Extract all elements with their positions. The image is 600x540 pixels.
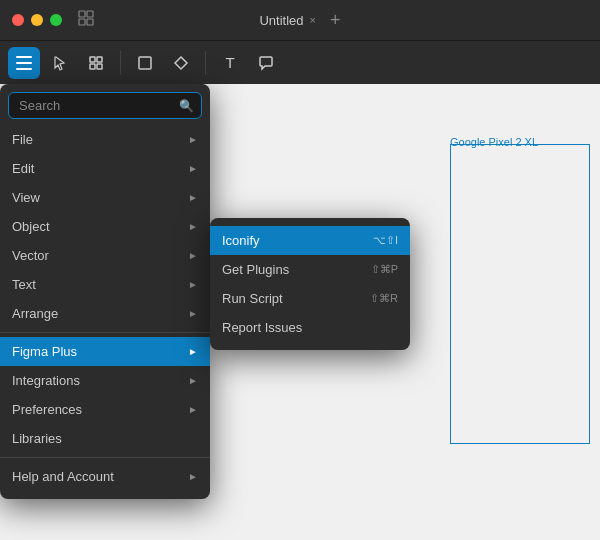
submenu-item-run-script[interactable]: Run Script ⇧⌘R <box>210 284 410 313</box>
close-tab-button[interactable]: × <box>310 14 316 26</box>
primary-menu: 🔍 File ► Edit ► View ► Object ► Vector ►… <box>0 84 210 499</box>
submenu-wrapper: Iconify ⌥⇧I Get Plugins ⇧⌘P Run Script ⇧… <box>210 218 410 350</box>
svg-rect-5 <box>97 57 102 62</box>
hamburger-icon <box>16 56 32 70</box>
active-tab-title: Untitled <box>259 13 303 28</box>
submenu-figma-plus: Iconify ⌥⇧I Get Plugins ⇧⌘P Run Script ⇧… <box>210 218 410 350</box>
svg-rect-7 <box>97 64 102 69</box>
svg-rect-1 <box>87 11 93 17</box>
menu-divider-2 <box>0 457 210 458</box>
main-menu-button[interactable] <box>8 47 40 79</box>
menu-item-help[interactable]: Help and Account ► <box>0 462 210 491</box>
chevron-right-icon: ► <box>188 192 198 203</box>
chevron-right-icon: ► <box>188 404 198 415</box>
device-frame <box>450 144 590 444</box>
menu-item-integrations[interactable]: Integrations ► <box>0 366 210 395</box>
menu-divider-1 <box>0 332 210 333</box>
menu-item-arrange[interactable]: Arrange ► <box>0 299 210 328</box>
submenu-item-report-issues[interactable]: Report Issues <box>210 313 410 342</box>
chevron-right-icon: ► <box>188 221 198 232</box>
maximize-window-button[interactable] <box>50 14 62 26</box>
menu-search: 🔍 <box>8 92 202 119</box>
toolbar-separator-2 <box>205 51 206 75</box>
svg-rect-6 <box>90 64 95 69</box>
comment-tool[interactable] <box>250 47 282 79</box>
pen-tool[interactable] <box>165 47 197 79</box>
chevron-right-icon: ► <box>188 308 198 319</box>
menu-item-text[interactable]: Text ► <box>0 270 210 299</box>
toolbar: T <box>0 40 600 84</box>
svg-rect-0 <box>79 11 85 17</box>
search-icon: 🔍 <box>179 99 194 113</box>
chevron-right-icon: ► <box>188 279 198 290</box>
minimize-window-button[interactable] <box>31 14 43 26</box>
close-window-button[interactable] <box>12 14 24 26</box>
window-controls <box>12 14 62 26</box>
menu-item-object[interactable]: Object ► <box>0 212 210 241</box>
svg-rect-3 <box>87 19 93 25</box>
svg-rect-2 <box>79 19 85 25</box>
chevron-right-icon: ► <box>188 346 198 357</box>
search-input[interactable] <box>8 92 202 119</box>
menu-item-preferences[interactable]: Preferences ► <box>0 395 210 424</box>
menu-item-file[interactable]: File ► <box>0 125 210 154</box>
frame-tool[interactable] <box>80 47 112 79</box>
chevron-right-icon: ► <box>188 471 198 482</box>
chevron-right-icon: ► <box>188 250 198 261</box>
menu-item-libraries[interactable]: Libraries <box>0 424 210 453</box>
submenu-item-iconify[interactable]: Iconify ⌥⇧I <box>210 226 410 255</box>
menu-item-edit[interactable]: Edit ► <box>0 154 210 183</box>
submenu-item-get-plugins[interactable]: Get Plugins ⇧⌘P <box>210 255 410 284</box>
menu-overlay: 🔍 File ► Edit ► View ► Object ► Vector ►… <box>0 84 210 499</box>
chevron-right-icon: ► <box>188 134 198 145</box>
svg-rect-4 <box>90 57 95 62</box>
add-tab-button[interactable]: + <box>330 10 341 31</box>
chevron-right-icon: ► <box>188 375 198 386</box>
menu-item-vector[interactable]: Vector ► <box>0 241 210 270</box>
move-tool[interactable] <box>44 47 76 79</box>
toolbar-separator <box>120 51 121 75</box>
text-tool[interactable]: T <box>214 47 246 79</box>
pages-icon[interactable] <box>78 10 94 30</box>
tab-bar: Untitled × + <box>259 10 340 31</box>
menu-item-view[interactable]: View ► <box>0 183 210 212</box>
shape-tool[interactable] <box>129 47 161 79</box>
svg-rect-8 <box>139 57 151 69</box>
menu-item-figma-plus[interactable]: Figma Plus ► <box>0 337 210 366</box>
titlebar: Untitled × + <box>0 0 600 40</box>
chevron-right-icon: ► <box>188 163 198 174</box>
